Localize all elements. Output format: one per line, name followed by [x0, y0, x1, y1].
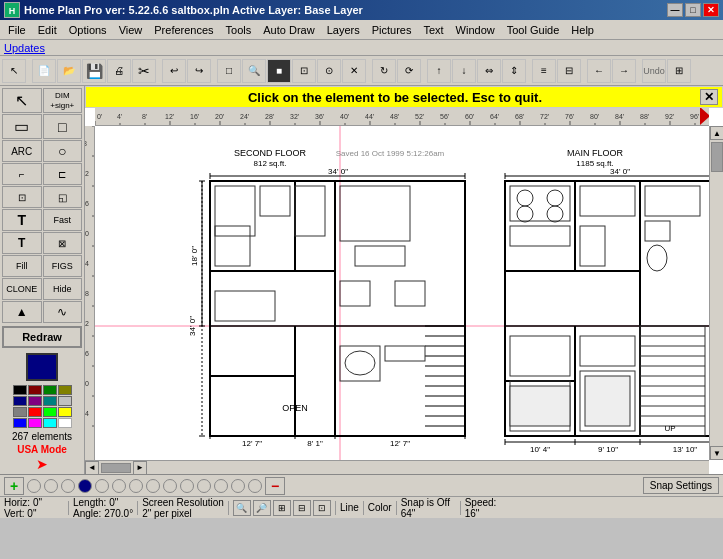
lt-dim-tool[interactable]: DIM+sign+: [43, 88, 83, 113]
tb-btn6[interactable]: □: [217, 59, 241, 83]
color-white[interactable]: [58, 418, 72, 428]
tb-btn12[interactable]: ↻: [372, 59, 396, 83]
color-teal[interactable]: [43, 396, 57, 406]
color-maroon[interactable]: [28, 385, 42, 395]
dot-btn-4[interactable]: [78, 479, 92, 493]
color-green[interactable]: [43, 385, 57, 395]
color-lime[interactable]: [43, 407, 57, 417]
scroll-thumb[interactable]: [711, 142, 723, 172]
lt-fill-tool[interactable]: Fill: [2, 255, 42, 277]
close-button[interactable]: ✕: [703, 3, 719, 17]
horizontal-scrollbar[interactable]: ◄ ►: [85, 460, 709, 474]
tb-btn8[interactable]: ■: [267, 59, 291, 83]
lt-text2-tool[interactable]: T: [2, 232, 42, 254]
zoom-btn-4[interactable]: ⊟: [293, 500, 311, 516]
menu-window[interactable]: Window: [450, 20, 501, 39]
dot-btn-6[interactable]: [112, 479, 126, 493]
lt-tool1[interactable]: ⌐: [2, 163, 42, 185]
tb-print[interactable]: 🖨: [107, 59, 131, 83]
menu-text[interactable]: Text: [417, 20, 449, 39]
active-color-box[interactable]: [26, 353, 58, 381]
tb-btn13[interactable]: ⟳: [397, 59, 421, 83]
tb-redo[interactable]: ↪: [187, 59, 211, 83]
lt-figs-tool[interactable]: FIGS: [43, 255, 83, 277]
color-blue[interactable]: [13, 418, 27, 428]
color-aqua[interactable]: [43, 418, 57, 428]
redraw-button[interactable]: Redraw: [2, 326, 82, 348]
color-yellow[interactable]: [58, 407, 72, 417]
scroll-right-button[interactable]: ►: [133, 461, 147, 475]
canvas-area[interactable]: Click on the element to be selected. Esc…: [85, 86, 723, 474]
menu-toolguide[interactable]: Tool Guide: [501, 20, 566, 39]
dot-btn-11[interactable]: [197, 479, 211, 493]
dot-btn-1[interactable]: [27, 479, 41, 493]
lt-rect-tool[interactable]: ▭: [2, 114, 42, 139]
menu-options[interactable]: Options: [63, 20, 113, 39]
zoom-in-button[interactable]: +: [4, 477, 24, 495]
zoom-out-button[interactable]: −: [265, 477, 285, 495]
scroll-hthumb[interactable]: [101, 463, 131, 473]
dot-btn-8[interactable]: [146, 479, 160, 493]
color-navy[interactable]: [13, 396, 27, 406]
tb-btn15[interactable]: ↓: [452, 59, 476, 83]
lt-tool2[interactable]: ⊏: [43, 163, 83, 185]
color-gray[interactable]: [13, 407, 27, 417]
zoom-btn-5[interactable]: ⊡: [313, 500, 331, 516]
lt-arc-tool[interactable]: ARC: [2, 140, 42, 162]
dot-btn-12[interactable]: [214, 479, 228, 493]
lt-hide-tool[interactable]: Hide: [43, 278, 83, 300]
color-fuchsia[interactable]: [28, 418, 42, 428]
tb-btn9[interactable]: ⊡: [292, 59, 316, 83]
dot-btn-9[interactable]: [163, 479, 177, 493]
lt-rect2-tool[interactable]: □: [43, 114, 83, 139]
lt-tool3[interactable]: ⊡: [2, 186, 42, 208]
tb-btn20[interactable]: ←: [587, 59, 611, 83]
minimize-button[interactable]: —: [667, 3, 683, 17]
tb-btn11[interactable]: ✕: [342, 59, 366, 83]
dot-btn-7[interactable]: [129, 479, 143, 493]
menu-view[interactable]: View: [113, 20, 149, 39]
lt-clone-tool[interactable]: CLONE: [2, 278, 42, 300]
menu-preferences[interactable]: Preferences: [148, 20, 219, 39]
menu-help[interactable]: Help: [565, 20, 600, 39]
tb-undo2[interactable]: Undo: [642, 59, 666, 83]
tb-btn7[interactable]: 🔍: [242, 59, 266, 83]
dot-btn-2[interactable]: [44, 479, 58, 493]
dot-btn-10[interactable]: [180, 479, 194, 493]
scroll-up-button[interactable]: ▲: [710, 126, 723, 140]
tb-undo[interactable]: ↩: [162, 59, 186, 83]
dot-btn-5[interactable]: [95, 479, 109, 493]
lt-tool4[interactable]: ◱: [43, 186, 83, 208]
lt-tool6[interactable]: ▲: [2, 301, 42, 323]
tb-btn16[interactable]: ⇔: [477, 59, 501, 83]
dot-btn-13[interactable]: [231, 479, 245, 493]
lt-circle-tool[interactable]: ○: [43, 140, 83, 162]
tb-btn14[interactable]: ↑: [427, 59, 451, 83]
tb-open[interactable]: 📂: [57, 59, 81, 83]
menu-file[interactable]: File: [2, 20, 32, 39]
lt-arrow-tool[interactable]: ↖: [2, 88, 42, 113]
lt-fast-tool[interactable]: Fast: [43, 209, 83, 231]
tb-btn18[interactable]: ≡: [532, 59, 556, 83]
scroll-down-button[interactable]: ▼: [710, 446, 723, 460]
updates-label[interactable]: Updates: [4, 42, 45, 54]
tb-btn22[interactable]: ⊞: [667, 59, 691, 83]
notification-close[interactable]: ✕: [700, 89, 718, 105]
tb-btn5[interactable]: ✂: [132, 59, 156, 83]
lt-tool5[interactable]: ⊠: [43, 232, 83, 254]
dot-btn-14[interactable]: [248, 479, 262, 493]
color-olive[interactable]: [58, 385, 72, 395]
zoom-btn-1[interactable]: 🔍: [233, 500, 251, 516]
color-silver[interactable]: [58, 396, 72, 406]
tb-arrow[interactable]: ↖: [2, 59, 26, 83]
color-red[interactable]: [28, 407, 42, 417]
color-purple[interactable]: [28, 396, 42, 406]
menu-tools[interactable]: Tools: [220, 20, 258, 39]
scroll-left-button[interactable]: ◄: [85, 461, 99, 475]
lt-tool7[interactable]: ∿: [43, 301, 83, 323]
dot-btn-3[interactable]: [61, 479, 75, 493]
menu-edit[interactable]: Edit: [32, 20, 63, 39]
tb-new[interactable]: 📄: [32, 59, 56, 83]
zoom-btn-2[interactable]: 🔎: [253, 500, 271, 516]
vertical-scrollbar[interactable]: ▲ ▼: [709, 126, 723, 460]
